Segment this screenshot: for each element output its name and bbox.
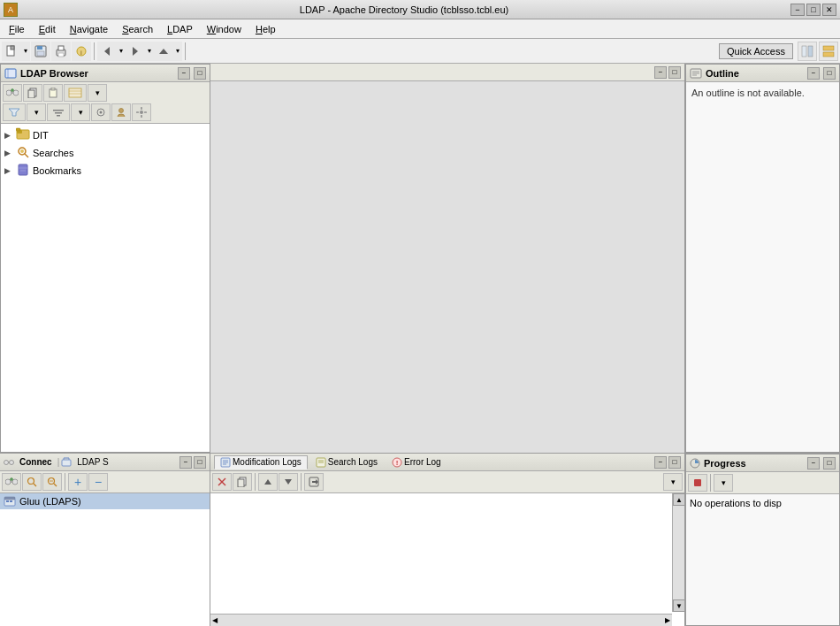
bc-up-btn[interactable] (258, 473, 278, 491)
hscroll-right-btn[interactable]: ▶ (663, 616, 672, 624)
minimize-button[interactable]: − (790, 4, 805, 16)
tab-modification-logs[interactable]: Modification Logs (214, 455, 308, 470)
ldap-copy-btn[interactable] (23, 84, 42, 102)
perspective-button-2[interactable] (819, 42, 838, 61)
menu-navigate[interactable]: Navigate (63, 19, 115, 38)
menu-ldap[interactable]: LDAP (160, 19, 200, 38)
menu-help[interactable]: Help (248, 19, 283, 38)
bc-export-btn[interactable] (304, 473, 324, 491)
tree-item-dit[interactable]: ▶ DIT (3, 126, 208, 144)
back-dropdown[interactable]: ▾ (117, 42, 126, 61)
bl-remove-btn[interactable]: − (88, 473, 108, 491)
new-dropdown[interactable]: ▾ (21, 42, 30, 61)
pr-dropdown-btn[interactable]: ▾ (714, 474, 733, 492)
bc-dropdown-btn[interactable]: ▾ (663, 473, 683, 491)
bottom-center-panel: Modification Logs Search Logs ! (210, 454, 685, 626)
forward-dropdown[interactable]: ▾ (145, 42, 154, 61)
ldap-browser-minimize[interactable]: − (178, 67, 190, 80)
svg-point-19 (6, 90, 11, 95)
search-logs-icon (316, 457, 326, 468)
hscroll-left-btn[interactable]: ◀ (210, 616, 219, 624)
menu-search[interactable]: Search (115, 19, 160, 38)
bl-add-btn[interactable]: + (68, 473, 88, 491)
properties-button[interactable]: i (72, 42, 91, 61)
svg-rect-3 (37, 46, 42, 50)
menu-window[interactable]: Window (200, 19, 248, 38)
svg-rect-27 (69, 88, 81, 97)
tree-item-searches[interactable]: ▶ Searches (3, 144, 208, 162)
ldap-gear-btn[interactable] (132, 103, 151, 121)
svg-point-35 (100, 111, 103, 114)
ldap-down-arrow2-btn[interactable]: ▾ (71, 103, 90, 121)
bc-copy-btn[interactable] (233, 473, 252, 491)
new-button[interactable] (2, 42, 21, 61)
ldap-tb-row2: ▾ ▾ (3, 103, 208, 121)
title-bar-title: LDAP - Apache Directory Studio (tcblsso.… (18, 4, 790, 15)
bl-search-btn[interactable] (22, 473, 42, 491)
center-minimize[interactable]: − (654, 66, 667, 79)
svg-point-20 (13, 90, 19, 95)
ldap-user-btn[interactable] (111, 103, 131, 121)
ldap-paste-btn[interactable] (43, 84, 63, 102)
center-maximize[interactable]: □ (668, 66, 681, 79)
tree-item-bookmarks[interactable]: ▶ Bookmarks (3, 162, 208, 179)
quick-access-button[interactable]: Quick Access (719, 43, 793, 59)
maximize-button[interactable]: □ (806, 4, 821, 16)
tab-ldap-servers[interactable]: LDAP S (73, 457, 111, 467)
progress-header: Progress − □ (686, 454, 839, 472)
svg-marker-89 (285, 479, 292, 485)
svg-point-37 (140, 111, 143, 114)
tab-search-logs[interactable]: Search Logs (309, 455, 384, 470)
ldap-filter-btn[interactable] (3, 103, 26, 121)
menu-edit[interactable]: Edit (32, 19, 63, 38)
bottom-center-maximize[interactable]: □ (668, 456, 681, 469)
ldap-dropdown-btn[interactable]: ▾ (88, 84, 107, 102)
bc-clear-btn[interactable] (212, 473, 232, 491)
bc-sep2 (301, 473, 302, 491)
ldap-down-arrow-btn[interactable]: ▾ (27, 103, 46, 121)
vertical-scrollbar[interactable]: ▲ ▼ (672, 493, 684, 612)
bc-down-btn[interactable] (279, 473, 298, 491)
svg-marker-88 (264, 479, 271, 485)
ldap-filter2-btn[interactable] (47, 103, 70, 121)
print-button[interactable] (51, 42, 71, 61)
tree-label-bookmarks: Bookmarks (33, 165, 81, 176)
svg-rect-72 (6, 500, 9, 502)
back-button[interactable] (97, 42, 117, 61)
svg-point-55 (4, 460, 9, 464)
ldap-settings-btn[interactable] (91, 103, 111, 121)
progress-icon (690, 458, 700, 469)
ldap-browser-maximize[interactable]: □ (194, 67, 206, 80)
bl-sep (65, 473, 65, 491)
svg-rect-6 (58, 46, 64, 50)
close-button[interactable]: ✕ (822, 4, 836, 16)
pr-stop-btn[interactable] (688, 474, 707, 492)
progress-minimize[interactable]: − (807, 457, 820, 470)
tab-connections[interactable]: Connec (16, 457, 56, 467)
server-item-gluu[interactable]: Gluu (LDAPS) (0, 493, 210, 509)
bottom-left-panel: Connec | LDAP S − □ (0, 454, 210, 626)
bottom-left-minimize[interactable]: − (179, 456, 192, 469)
bl-new-btn[interactable] (2, 473, 21, 491)
horizontal-scrollbar[interactable]: ◀ ▶ (210, 614, 672, 626)
svg-point-65 (11, 478, 13, 481)
svg-rect-4 (37, 51, 44, 56)
scroll-down-btn[interactable]: ▼ (673, 599, 685, 612)
ldap-new-conn-btn[interactable] (3, 84, 22, 102)
bl-search2-btn[interactable] (42, 473, 62, 491)
up-button[interactable] (154, 42, 173, 61)
menu-file[interactable]: File (2, 19, 32, 38)
save-button[interactable] (31, 42, 50, 61)
toolbar-group-nav: ▾ ▾ ▾ (97, 42, 182, 61)
ldap-view-btn[interactable] (64, 84, 87, 102)
tab-error-log[interactable]: ! Error Log (386, 455, 447, 470)
progress-maximize[interactable]: □ (823, 457, 836, 470)
outline-minimize[interactable]: − (807, 67, 820, 80)
up-dropdown[interactable]: ▾ (173, 42, 182, 61)
perspective-button-1[interactable] (798, 42, 817, 61)
outline-maximize[interactable]: □ (823, 67, 836, 80)
forward-button[interactable] (126, 42, 145, 61)
bottom-left-maximize[interactable]: □ (194, 456, 206, 469)
scroll-up-btn[interactable]: ▲ (673, 493, 685, 506)
bottom-center-minimize[interactable]: − (654, 456, 667, 469)
